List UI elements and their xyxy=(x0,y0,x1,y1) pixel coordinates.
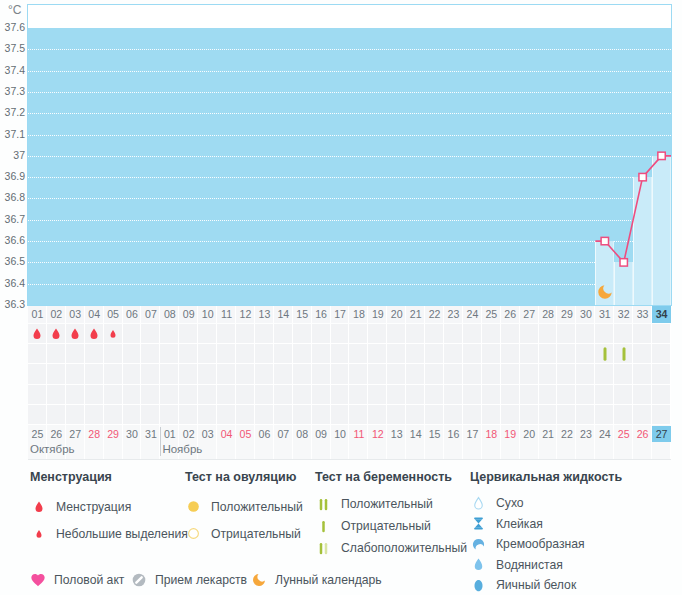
menstruation-marker-day-2[interactable] xyxy=(47,324,66,344)
date-Октябрь-31[interactable]: 31 xyxy=(141,426,160,442)
cycle-day-23[interactable]: 23 xyxy=(444,306,463,323)
lunar-calendar-marker[interactable] xyxy=(596,283,614,301)
y-axis-tick-label: 37.1 xyxy=(1,128,25,140)
date-Ноябрь-20[interactable]: 20 xyxy=(520,426,539,442)
date-Ноябрь-04[interactable]: 04 xyxy=(217,426,236,442)
date-Ноябрь-14[interactable]: 14 xyxy=(406,426,425,442)
pill-icon xyxy=(131,572,147,588)
y-axis-tick-label: 36.9 xyxy=(1,170,25,182)
menstruation-marker-day-3[interactable] xyxy=(66,324,85,344)
menstruation-marker-day-4[interactable] xyxy=(85,324,104,344)
cycle-day-31[interactable]: 31 xyxy=(595,306,614,323)
cycle-day-03[interactable]: 03 xyxy=(66,306,85,323)
menstruation-marker-day-1[interactable] xyxy=(28,324,47,344)
cycle-day-11[interactable]: 11 xyxy=(217,306,236,323)
cycle-day-25[interactable]: 25 xyxy=(482,306,501,323)
date-Октябрь-29[interactable]: 29 xyxy=(104,426,123,442)
cycle-day-16[interactable]: 16 xyxy=(312,306,331,323)
date-Ноябрь-05[interactable]: 05 xyxy=(236,426,255,442)
legend-extra-moon: Лунный календарь xyxy=(251,571,382,589)
cycle-day-08[interactable]: 08 xyxy=(160,306,179,323)
cycle-day-10[interactable]: 10 xyxy=(198,306,217,323)
date-Ноябрь-19[interactable]: 19 xyxy=(501,426,520,442)
date-Октябрь-30[interactable]: 30 xyxy=(123,426,142,442)
cycle-day-32[interactable]: 32 xyxy=(614,306,633,323)
drop-large-icon xyxy=(30,327,44,341)
date-Октябрь-26[interactable]: 26 xyxy=(47,426,66,442)
date-Ноябрь-27[interactable]: 27 xyxy=(652,426,671,442)
cycle-day-06[interactable]: 06 xyxy=(123,306,142,323)
cycle-day-02[interactable]: 02 xyxy=(47,306,66,323)
y-axis-tick-label: 37 xyxy=(1,149,25,161)
temperature-point-day-34[interactable] xyxy=(658,152,665,159)
date-Ноябрь-11[interactable]: 11 xyxy=(350,426,369,442)
date-Ноябрь-03[interactable]: 03 xyxy=(198,426,217,442)
bar-1-icon xyxy=(316,519,331,534)
date-Ноябрь-25[interactable]: 25 xyxy=(614,426,633,442)
legend-item-label: Отрицательный xyxy=(211,527,301,541)
cycle-day-01[interactable]: 01 xyxy=(28,306,47,323)
temperature-plot-area[interactable] xyxy=(27,4,672,306)
date-Ноябрь-10[interactable]: 10 xyxy=(331,426,350,442)
date-Ноябрь-06[interactable]: 06 xyxy=(255,426,274,442)
y-axis-tick-label: 36.5 xyxy=(1,255,25,267)
date-Ноябрь-01[interactable]: 01 xyxy=(160,426,179,442)
cycle-day-19[interactable]: 19 xyxy=(368,306,387,323)
y-axis-tick-label: 37.6 xyxy=(1,21,25,33)
temperature-point-day-32[interactable] xyxy=(620,259,627,266)
cycle-day-05[interactable]: 05 xyxy=(104,306,123,323)
date-Октябрь-27[interactable]: 27 xyxy=(66,426,85,442)
date-Ноябрь-17[interactable]: 17 xyxy=(463,426,482,442)
cycle-day-04[interactable]: 04 xyxy=(85,306,104,323)
date-Ноябрь-09[interactable]: 09 xyxy=(312,426,331,442)
date-Октябрь-28[interactable]: 28 xyxy=(85,426,104,442)
date-Ноябрь-08[interactable]: 08 xyxy=(293,426,312,442)
cycle-day-12[interactable]: 12 xyxy=(236,306,255,323)
date-Ноябрь-21[interactable]: 21 xyxy=(539,426,558,442)
cycle-day-33[interactable]: 33 xyxy=(633,306,652,323)
cycle-day-07[interactable]: 07 xyxy=(141,306,160,323)
temperature-point-day-31[interactable] xyxy=(601,237,608,244)
y-axis-tick-label: 36.6 xyxy=(1,234,25,246)
date-Ноябрь-07[interactable]: 07 xyxy=(274,426,293,442)
date-Ноябрь-16[interactable]: 16 xyxy=(444,426,463,442)
temperature-point-day-33[interactable] xyxy=(639,173,646,180)
legend-item-label: Половой акт xyxy=(54,573,124,587)
cycle-day-20[interactable]: 20 xyxy=(387,306,406,323)
date-Ноябрь-18[interactable]: 18 xyxy=(482,426,501,442)
bars-2-swatch xyxy=(315,497,332,512)
cycle-day-21[interactable]: 21 xyxy=(406,306,425,323)
legend-item-label: Водянистая xyxy=(496,558,563,572)
cycle-day-13[interactable]: 13 xyxy=(255,306,274,323)
cycle-day-30[interactable]: 30 xyxy=(576,306,595,323)
date-Октябрь-25[interactable]: 25 xyxy=(28,426,47,442)
legend-item-label: Отрицательный xyxy=(341,519,431,533)
blob-cream-swatch xyxy=(470,537,487,552)
cycle-day-28[interactable]: 28 xyxy=(539,306,558,323)
date-Ноябрь-26[interactable]: 26 xyxy=(633,426,652,442)
date-Ноябрь-12[interactable]: 12 xyxy=(368,426,387,442)
cycle-day-09[interactable]: 09 xyxy=(179,306,198,323)
date-Ноябрь-15[interactable]: 15 xyxy=(425,426,444,442)
date-Ноябрь-23[interactable]: 23 xyxy=(576,426,595,442)
cycle-day-22[interactable]: 22 xyxy=(425,306,444,323)
cycle-day-29[interactable]: 29 xyxy=(558,306,577,323)
cycle-day-14[interactable]: 14 xyxy=(274,306,293,323)
symptom-marker-grid[interactable] xyxy=(28,324,671,425)
cycle-day-27[interactable]: 27 xyxy=(520,306,539,323)
legend-item: Клейкая xyxy=(470,514,622,535)
date-Ноябрь-13[interactable]: 13 xyxy=(387,426,406,442)
pregnancy-test-marker-day-32[interactable] xyxy=(614,344,633,364)
cycle-day-18[interactable]: 18 xyxy=(350,306,369,323)
date-Ноябрь-02[interactable]: 02 xyxy=(179,426,198,442)
cycle-day-34[interactable]: 34 xyxy=(652,306,671,323)
date-Ноябрь-22[interactable]: 22 xyxy=(558,426,577,442)
cycle-day-26[interactable]: 26 xyxy=(501,306,520,323)
pregnancy-test-marker-day-31[interactable] xyxy=(595,344,614,364)
cycle-day-17[interactable]: 17 xyxy=(331,306,350,323)
cycle-day-15[interactable]: 15 xyxy=(293,306,312,323)
legend-item-label: Прием лекарств xyxy=(155,573,247,587)
date-Ноябрь-24[interactable]: 24 xyxy=(595,426,614,442)
menstruation-marker-day-5[interactable] xyxy=(104,324,123,344)
cycle-day-24[interactable]: 24 xyxy=(463,306,482,323)
